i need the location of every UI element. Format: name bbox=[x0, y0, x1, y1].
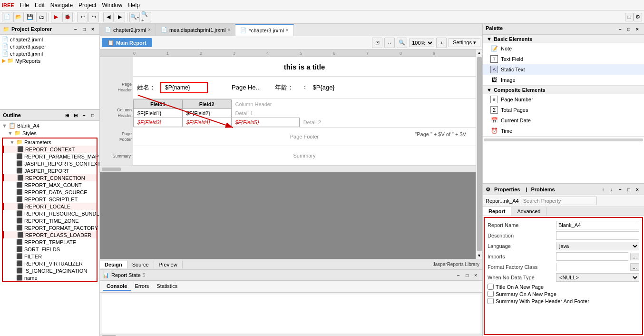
tree-item-chapter2[interactable]: 📄 chapter2.jrxml bbox=[1, 36, 98, 43]
run-btn[interactable]: ▶ bbox=[51, 12, 61, 22]
open-btn[interactable]: 📂 bbox=[13, 12, 24, 22]
debug-btn[interactable]: 🐞 bbox=[62, 12, 73, 22]
outline-minimize[interactable]: − bbox=[80, 111, 88, 119]
outline-item-report-virtualizer[interactable]: ⬛ REPORT_VIRTUALIZER bbox=[3, 260, 97, 267]
palette-item-time[interactable]: ⏰ Time bbox=[483, 126, 644, 136]
save-all-btn[interactable]: 🗂 bbox=[36, 12, 47, 22]
menu-help[interactable]: Help bbox=[128, 2, 140, 9]
project-explorer-close[interactable]: × bbox=[89, 25, 97, 33]
menu-project[interactable]: Project bbox=[78, 2, 96, 9]
outline-item-report-class-loader[interactable]: ⬛ REPORT_CLASS_LOADER bbox=[3, 231, 97, 238]
outline-item-report-template[interactable]: ⬛ REPORT_TEMPLATE bbox=[3, 238, 97, 246]
rs-tab-errors[interactable]: Errors bbox=[131, 282, 153, 291]
tree-item-chapter3jrxml[interactable]: 📄 chapter3.jrxml bbox=[1, 50, 98, 57]
outline-item-name[interactable]: ⬛ name bbox=[3, 274, 97, 281]
outline-item-ignore-pagination[interactable]: ⬛ IS_IGNORE_PAGINATION bbox=[3, 267, 97, 274]
outline-ctrl-2[interactable]: ⊟ bbox=[72, 111, 79, 119]
props-ctrl-1[interactable]: ↑ bbox=[599, 186, 607, 193]
scroll-thumb[interactable] bbox=[102, 168, 121, 171]
props-search-input[interactable] bbox=[521, 197, 597, 205]
prop-btn-imports[interactable]: ... bbox=[630, 253, 639, 260]
props-close[interactable]: × bbox=[634, 186, 641, 193]
tab-close[interactable]: × bbox=[148, 27, 151, 32]
outline-ctrl-1[interactable]: ⊞ bbox=[63, 111, 71, 119]
checkbox-title-new-page[interactable] bbox=[488, 284, 494, 290]
new-btn[interactable]: 📄 bbox=[2, 12, 12, 22]
save-btn[interactable]: 💾 bbox=[25, 12, 35, 22]
props-tab-report[interactable]: Report bbox=[483, 207, 511, 216]
prop-select-language[interactable]: java bbox=[556, 242, 639, 250]
props-ctrl-2[interactable]: ↓ bbox=[608, 186, 615, 193]
design-tab[interactable]: Design bbox=[100, 261, 127, 268]
palette-item-totalpages[interactable]: Σ Total Pages bbox=[483, 105, 644, 115]
prop-input-description[interactable] bbox=[556, 231, 639, 240]
back-btn[interactable]: ◀ bbox=[103, 12, 114, 22]
tab-close[interactable]: × bbox=[228, 27, 231, 32]
palette-section-composite-header[interactable]: ▼ Composite Elements bbox=[483, 86, 644, 94]
tree-item-chapter3jasper[interactable]: 📄 chapter3.jasper bbox=[1, 43, 98, 50]
outline-item-report-resource[interactable]: ⬛ REPORT_RESOURCE_BUNDLE bbox=[3, 210, 97, 217]
outline-item-sort-fields[interactable]: ⬛ SORT_FIELDS bbox=[3, 246, 97, 253]
outline-item-report-locale[interactable]: ⬛ REPORT_LOCALE bbox=[3, 203, 97, 210]
rs-tab-console[interactable]: Console bbox=[103, 282, 131, 291]
outline-item-report-format[interactable]: ⬛ REPORT_FORMAT_FACTORY bbox=[3, 224, 97, 231]
outline-item-blank-a4[interactable]: ▼ 📋 Blank_A4 bbox=[1, 122, 98, 129]
outline-item-report-data-source[interactable]: ⬛ REPORT_DATA_SOURCE bbox=[3, 188, 97, 196]
scroll-up-btn[interactable]: ▲ bbox=[476, 49, 482, 56]
redo-btn[interactable]: ↪ bbox=[88, 12, 99, 22]
outline-item-report-timezone[interactable]: ⬛ REPORT_TIME_ZONE bbox=[3, 217, 97, 224]
outline-item-report-scriptlet[interactable]: ⬛ REPORT_SCRIPTLET bbox=[3, 196, 97, 203]
settings-button[interactable]: Settings ▾ bbox=[449, 38, 480, 47]
main-report-tab[interactable]: 📋 Main Report bbox=[102, 38, 152, 47]
tab-chapter2[interactable]: 📄 chapter2.jrxml × bbox=[100, 24, 156, 36]
outline-item-report-context[interactable]: ⬛ REPORT_CONTEXT bbox=[3, 146, 97, 153]
palette-minimize[interactable]: − bbox=[616, 25, 624, 33]
forward-btn[interactable]: ▶ bbox=[115, 12, 125, 22]
rs-close[interactable]: × bbox=[472, 271, 479, 279]
zoom-in-btn2[interactable]: + bbox=[436, 38, 447, 48]
undo-btn[interactable]: ↩ bbox=[77, 12, 88, 22]
tab-mealdispatch[interactable]: 📄 mealdispatchprint1.jrxml × bbox=[156, 24, 235, 36]
menu-file[interactable]: File bbox=[20, 2, 29, 9]
prop-btn-format-factory[interactable]: ... bbox=[630, 263, 639, 271]
checkbox-summary-header-footer[interactable] bbox=[488, 298, 494, 304]
project-explorer-minimize[interactable]: − bbox=[72, 25, 79, 33]
param-name-field[interactable]: $P{name} bbox=[160, 82, 208, 93]
scroll-thumb-v[interactable] bbox=[477, 57, 482, 251]
palette-item-currentdate[interactable]: 📅 Current Date bbox=[483, 115, 644, 126]
zoom-in-btn[interactable]: 🔍+ bbox=[141, 12, 151, 22]
props-problems-tab[interactable]: Problems bbox=[531, 187, 555, 192]
rs-tab-statistics[interactable]: Statistics bbox=[153, 282, 181, 291]
maximize-btn[interactable]: □ bbox=[625, 13, 634, 21]
props-minimize[interactable]: − bbox=[616, 186, 624, 193]
tab-chapter3[interactable]: 📄 *chapter3.jrxml × bbox=[235, 24, 293, 36]
palette-item-note[interactable]: 📝 Note bbox=[483, 43, 644, 54]
vertical-scrollbar[interactable]: ▲ ▼ bbox=[476, 49, 482, 259]
rs-maximize[interactable]: □ bbox=[463, 271, 471, 279]
rs-minimize[interactable]: − bbox=[455, 271, 462, 279]
props-tab-advanced[interactable]: Advanced bbox=[511, 207, 546, 216]
zoom-out-btn2[interactable]: 🔍 bbox=[397, 38, 407, 48]
menu-edit[interactable]: Edit bbox=[35, 2, 45, 9]
fit-width-btn[interactable]: ↔ bbox=[384, 38, 395, 48]
outline-item-jasper-report[interactable]: ⬛ JASPER_REPORT bbox=[3, 167, 97, 174]
horizontal-scrollbar[interactable] bbox=[100, 166, 476, 172]
outline-item-parameters[interactable]: ▼ 📁 Parameters bbox=[3, 138, 97, 146]
palette-item-textfield[interactable]: T Text Field bbox=[483, 54, 644, 64]
fit-page-btn[interactable]: ⊡ bbox=[372, 38, 382, 48]
palette-item-statictext[interactable]: A Static Text bbox=[483, 64, 644, 75]
palette-item-image[interactable]: 🖼 Image bbox=[483, 75, 644, 85]
settings-icon[interactable]: ⚙ bbox=[634, 13, 642, 21]
outline-item-report-params-map[interactable]: ⬛ REPORT_PARAMETERS_MAP bbox=[3, 153, 97, 160]
project-explorer-maximize[interactable]: □ bbox=[80, 25, 88, 33]
outline-item-jasper-reports-ctx[interactable]: ⬛ JASPER_REPORTS_CONTEXT bbox=[3, 160, 97, 167]
palette-close[interactable]: × bbox=[634, 25, 641, 33]
outline-item-report-connection[interactable]: ⬛ REPORT_CONNECTION bbox=[3, 174, 97, 181]
tab-close[interactable]: × bbox=[286, 28, 289, 33]
zoom-out-btn[interactable]: 🔍- bbox=[129, 12, 140, 22]
prop-input-format-factory[interactable] bbox=[556, 263, 628, 271]
prop-input-imports[interactable] bbox=[556, 252, 628, 261]
prop-select-when-no-data[interactable]: <NULL> bbox=[556, 273, 639, 282]
palette-maximize[interactable]: □ bbox=[625, 25, 633, 33]
palette-item-pagenumber[interactable]: # Page Number bbox=[483, 94, 644, 105]
